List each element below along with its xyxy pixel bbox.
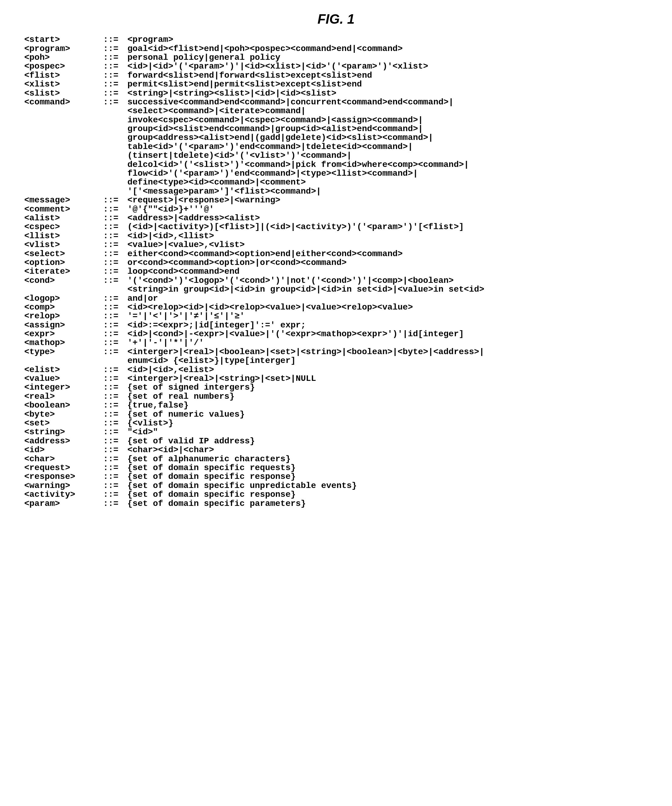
grammar-lhs: <set>: [24, 419, 103, 428]
grammar-op: ::=: [103, 401, 127, 410]
grammar-rhs: <request>|<response>|<warning>: [127, 196, 648, 205]
grammar-rhs: <interger>|<real>|<boolean>|<set>|<strin…: [127, 347, 648, 356]
grammar-lhs: <warning>: [24, 481, 103, 490]
grammar-lhs: <expr>: [24, 330, 103, 339]
grammar-rhs-continuation: flow<id>'('<param>')'end<command>|<type>…: [127, 169, 648, 178]
grammar-op: ::=: [103, 463, 127, 472]
grammar-rhs: '+'|'-'|'*'|'/': [127, 339, 648, 347]
grammar-op: ::=: [103, 499, 127, 508]
grammar-rhs: {set of domain specific parameters}: [127, 499, 648, 508]
grammar-rhs: <interger>|<real>|<string>|<set>|NULL: [127, 374, 648, 383]
grammar-op: ::=: [103, 89, 127, 98]
grammar-op: ::=: [103, 419, 127, 428]
grammar-op: ::=: [103, 490, 127, 499]
grammar-rhs: <id>|<id>'('<param>')'|<id><xlist>|<id>'…: [127, 62, 648, 71]
grammar-op: ::=: [103, 454, 127, 463]
grammar-rhs: <id>|<cond>|-<expr>|<value>|'('<expr><ma…: [127, 330, 648, 339]
grammar-rhs: '('<cond>')'<logop>'('<cond>')'|not'('<c…: [127, 276, 648, 285]
grammar-op: ::=: [103, 410, 127, 419]
grammar-lhs: <poh>: [24, 53, 103, 62]
grammar-op: ::=: [103, 223, 127, 231]
grammar-lhs: <response>: [24, 472, 103, 481]
grammar-lhs: <comment>: [24, 205, 103, 214]
grammar-rhs-continuation: <select><command>|<iterate>command|: [127, 107, 648, 115]
grammar-rhs: <char><id>|<char>: [127, 446, 648, 454]
grammar-op: ::=: [103, 374, 127, 383]
grammar-lhs: <program>: [24, 44, 103, 53]
grammar-lhs: <pospec>: [24, 62, 103, 71]
grammar-rhs: or<cond><command><option>|or<cond><comma…: [127, 258, 648, 267]
grammar-rhs: {set of domain specific unpredictable ev…: [127, 481, 648, 490]
grammar-op: ::=: [103, 62, 127, 71]
grammar-lhs: <char>: [24, 454, 103, 463]
grammar-lhs: <slist>: [24, 89, 103, 98]
grammar-lhs: <type>: [24, 347, 103, 356]
grammar-rhs-continuation: define<type><id><command>|<comment>: [127, 178, 648, 187]
grammar-op: ::=: [103, 383, 127, 392]
grammar-rhs: {set of domain specific response}: [127, 472, 648, 481]
grammar-lhs: <value>: [24, 374, 103, 383]
grammar-lhs: <integer>: [24, 383, 103, 392]
grammar-rhs: {set of signed intergers}: [127, 383, 648, 392]
grammar-table: <start>::=<program><program>::=goal<id><…: [24, 35, 648, 508]
grammar-rhs: <string>|<string><slist>|<id>|<id><slist…: [127, 89, 648, 98]
grammar-lhs: <iterate>: [24, 267, 103, 276]
grammar-op: ::=: [103, 330, 127, 339]
grammar-op: ::=: [103, 365, 127, 374]
grammar-op: ::=: [103, 339, 127, 347]
grammar-op: ::=: [103, 214, 127, 223]
grammar-op: ::=: [103, 303, 127, 312]
grammar-rhs-continuation: '['<message>param>']'<flist><command>|: [127, 187, 648, 196]
grammar-op: ::=: [103, 294, 127, 303]
grammar-lhs: <xlist>: [24, 80, 103, 89]
grammar-op: ::=: [103, 276, 127, 285]
grammar-op: ::=: [103, 71, 127, 80]
grammar-op: ::=: [103, 481, 127, 490]
grammar-rhs: {set of numeric values}: [127, 410, 648, 419]
grammar-lhs: <string>: [24, 428, 103, 436]
grammar-rhs-continuation: table<id>'('<param>')'end<command>|tdele…: [127, 142, 648, 151]
grammar-lhs: <activity>: [24, 490, 103, 499]
grammar-lhs: <select>: [24, 249, 103, 258]
grammar-op: ::=: [103, 249, 127, 258]
grammar-rhs: <value>|<value>,<vlist>: [127, 240, 648, 249]
grammar-lhs: <address>: [24, 437, 103, 446]
grammar-op: ::=: [103, 231, 127, 240]
grammar-rhs: {set of valid IP address}: [127, 437, 648, 446]
grammar-lhs: <llist>: [24, 231, 103, 240]
grammar-lhs: <vlist>: [24, 240, 103, 249]
grammar-rhs: '='|'<'|'>'|'≠'|'≤'|'≥': [127, 312, 648, 320]
grammar-rhs: goal<id><flist>end|<poh><pospec><command…: [127, 44, 648, 53]
grammar-op: ::=: [103, 267, 127, 276]
grammar-rhs: (<id>|<activity>)[<flist>]|(<id>|<activi…: [127, 223, 648, 231]
grammar-rhs: <program>: [127, 35, 648, 44]
grammar-lhs: <start>: [24, 35, 103, 44]
grammar-rhs: '@'{""<id>}+'''@': [127, 205, 648, 214]
grammar-op: ::=: [103, 446, 127, 454]
grammar-rhs: {true,false}: [127, 401, 648, 410]
grammar-lhs: <request>: [24, 463, 103, 472]
grammar-rhs-continuation: enum<id> {<elist>}|type[interger]: [127, 356, 648, 365]
grammar-rhs-continuation: group<address><alist>end|(gadd|gdelete)<…: [127, 133, 648, 142]
grammar-op: ::=: [103, 44, 127, 53]
grammar-op: ::=: [103, 392, 127, 401]
grammar-op: ::=: [103, 80, 127, 89]
grammar-rhs-continuation: <string>in group<id>|<id>in group<id>|<i…: [127, 285, 648, 294]
grammar-rhs: forward<slist>end|forward<slist>except<s…: [127, 71, 648, 80]
grammar-lhs: <real>: [24, 392, 103, 401]
grammar-lhs: <message>: [24, 196, 103, 205]
grammar-rhs: <id>:=<expr>;|id[integer]':=' expr;: [127, 321, 648, 330]
grammar-lhs: <option>: [24, 258, 103, 267]
grammar-lhs: <byte>: [24, 410, 103, 419]
grammar-rhs: {set of alphanumeric characters}: [127, 454, 648, 463]
figure-title: FIG. 1: [24, 12, 648, 26]
grammar-op: ::=: [103, 205, 127, 214]
grammar-rhs: and|or: [127, 294, 648, 303]
grammar-lhs: <command>: [24, 98, 103, 107]
grammar-lhs: <cspec>: [24, 223, 103, 231]
grammar-rhs: successive<command>end<command>|concurre…: [127, 98, 648, 107]
grammar-rhs: permit<slist>end|permit<slist>except<sli…: [127, 80, 648, 89]
grammar-op: ::=: [103, 240, 127, 249]
grammar-rhs-continuation: invoke<cspec><command>|<cspec><command>|…: [127, 116, 648, 124]
grammar-rhs: {<vlist>}: [127, 419, 648, 428]
